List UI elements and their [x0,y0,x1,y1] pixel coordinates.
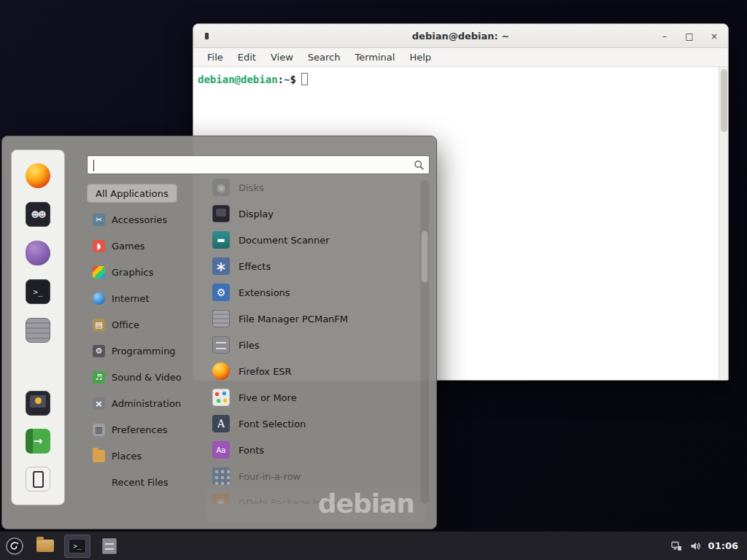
category-accessories[interactable]: Accessories [87,206,206,233]
category-graphics[interactable]: Graphics [87,259,206,285]
app-document-scanner[interactable]: Document Scanner [208,227,417,253]
app-files[interactable]: Files [208,332,417,358]
window-controls: –□× [658,24,721,48]
app-label: Firefox ESR [239,366,292,377]
firefox-icon[interactable] [26,163,50,188]
maximize-button[interactable]: □ [683,31,696,42]
font-selection-icon [212,415,230,432]
favorites-top-group [26,163,50,343]
terminal-scrollbar-thumb[interactable] [721,69,727,132]
app-label: GDebi Package Installer [239,497,352,505]
app-gdebi-package-installer[interactable]: GDebi Package Installer [208,489,417,504]
office-icon [93,319,105,331]
terminal-menu-terminal[interactable]: Terminal [348,50,401,65]
extensions-icon [212,284,230,301]
category-label: Preferences [112,424,167,435]
five-or-more-icon [212,389,230,406]
app-firefox-esr[interactable]: Firefox ESR [208,358,417,384]
terminal-fav-icon[interactable] [26,279,50,304]
terminal-menu-edit[interactable]: Edit [231,50,263,65]
pcmanfm-icon [212,310,230,327]
display-icon[interactable] [26,391,50,416]
search-caret [93,160,94,171]
logout-icon[interactable] [26,429,50,454]
minimize-button[interactable]: – [658,31,671,42]
taskbar-files[interactable] [96,534,123,558]
category-places[interactable]: Places [87,443,206,469]
files-icon [212,336,230,354]
search-icon [414,160,425,171]
app-label: Font Selection [239,419,306,429]
application-list-scrollbar-thumb[interactable] [421,230,428,283]
archive-icon[interactable] [26,318,50,343]
taskbar-terminal-icon [69,539,86,553]
terminal-prompt: debian@debian:~$ [198,74,296,85]
terminal-menu-help[interactable]: Help [403,50,438,65]
search-input[interactable] [93,160,410,171]
app-label: Document Scanner [239,235,330,246]
app-fonts[interactable]: Fonts [208,437,417,463]
category-internet[interactable]: Internet [87,285,206,311]
category-games[interactable]: Games [87,233,206,259]
close-button[interactable]: × [708,31,721,42]
category-label: Internet [112,293,150,304]
terminal-menu-file[interactable]: File [201,50,230,65]
app-label: Files [239,340,260,351]
app-label: Four-in-a-row [239,471,301,482]
users-icon[interactable] [26,202,50,227]
category-all-applications[interactable]: All Applications [87,184,177,203]
app-font-selection[interactable]: Font Selection [208,411,417,437]
app-four-in-a-row[interactable]: Four-in-a-row [208,463,417,489]
category-administration[interactable]: Administration [87,390,206,416]
places-icon [93,450,105,462]
network-icon[interactable] [670,540,682,552]
favorites-bottom-group [26,391,50,491]
taskbar-terminal[interactable] [64,534,90,558]
app-display[interactable]: Display [208,201,417,227]
prompt-separator: : [278,74,284,85]
category-label: Graphics [112,267,153,278]
taskbar-file-manager[interactable] [32,534,58,558]
terminal-cursor [301,73,308,85]
shutdown-icon[interactable] [26,467,50,491]
category-label: Programming [112,346,176,357]
app-extensions[interactable]: Extensions [208,279,417,306]
category-preferences[interactable]: Preferences [87,416,206,443]
terminal-menu-view[interactable]: View [264,50,300,65]
favorites-panel [11,149,65,505]
application-list-scrollbar[interactable] [420,180,429,504]
taskbar-items [32,534,123,558]
applications-menu-button[interactable] [1,534,28,559]
terminal-menu-search[interactable]: Search [301,50,347,65]
prompt-symbol: $ [290,74,295,85]
blank-icon [93,476,105,489]
app-five-or-more[interactable]: Five or More [208,384,417,411]
graphics-icon [93,266,105,279]
volume-icon[interactable] [689,540,701,552]
category-label: Accessories [112,214,167,225]
clock[interactable]: 01:06 [708,540,741,551]
category-label: Sound & Video [112,372,182,383]
terminal-titlebar[interactable]: debian@debian: ~ –□× [193,24,728,48]
scanner-icon [212,231,230,249]
prompt-user-host: debian@debian [198,74,278,85]
app-file-manager-pcmanfm[interactable]: File Manager PCManFM [208,306,417,332]
app-label: Five or More [239,392,297,403]
app-disks[interactable]: Disks [208,174,417,201]
app-effects[interactable]: Effects [208,253,417,279]
menu-search-box[interactable] [87,155,430,174]
category-label: Games [112,241,144,252]
disks-icon [212,179,230,196]
pidgin-icon[interactable] [26,241,50,265]
terminal-scrollbar[interactable] [719,67,728,379]
category-office[interactable]: Office [87,311,206,338]
category-programming[interactable]: Programming [87,338,206,364]
category-sound-video[interactable]: Sound & Video [87,364,206,390]
display-app-icon [212,205,230,222]
fonts-icon [212,441,230,459]
application-list: DisksDisplayDocument ScannerEffectsExten… [208,174,417,504]
gdebi-icon [212,494,230,504]
category-label: Places [112,451,142,462]
category-recent-files[interactable]: Recent Files [87,469,206,495]
app-label: Extensions [239,287,290,298]
